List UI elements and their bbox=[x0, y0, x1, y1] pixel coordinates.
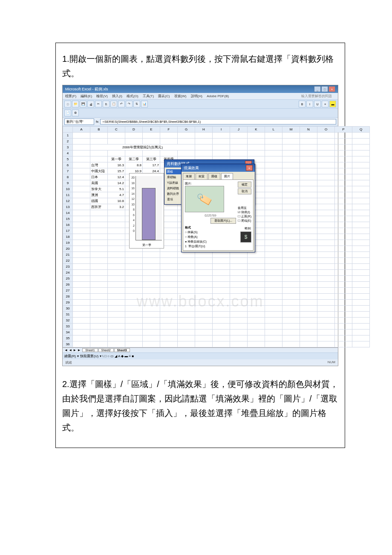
sheet-tab-2[interactable]: Sheet2 bbox=[98, 348, 114, 352]
menu-pdf[interactable]: Adobe PDF(B) bbox=[207, 94, 229, 98]
apply-end[interactable]: ☐ 尾端(E) bbox=[238, 219, 251, 223]
sidebar-item-order[interactable]: 數列次序 bbox=[166, 191, 182, 197]
menu-file[interactable]: 檔案(F) bbox=[65, 94, 76, 98]
tab-gradient[interactable]: 漸層 bbox=[183, 173, 195, 179]
undo-icon[interactable]: ↶ bbox=[118, 101, 125, 107]
menu-help[interactable]: 說明(H) bbox=[191, 94, 202, 98]
autoshape-label[interactable]: 快取圖案(U) bbox=[80, 354, 98, 358]
sample-label: 範例: bbox=[245, 226, 251, 231]
worksheet-grid[interactable]: ABCDEFGHIJKLMNOPQ1232006年營業額統計(百萬元)45第一季… bbox=[63, 126, 338, 347]
picture-preview: 🏷️ bbox=[185, 186, 224, 212]
sort-icon[interactable]: ⇅ bbox=[133, 101, 140, 107]
opt-stack[interactable]: ○ 堆疊(A) bbox=[185, 234, 236, 239]
excel-screenshot: Microsoft Excel - 範例.xls _ □ × 檔案(F) 編輯(… bbox=[62, 85, 338, 366]
numlock-indicator: NUM bbox=[328, 360, 335, 365]
menu-edit[interactable]: 編輯(E) bbox=[81, 94, 92, 98]
sidebar-item-error[interactable]: Y誤差線 bbox=[166, 180, 182, 185]
new-icon[interactable]: □ bbox=[64, 101, 71, 107]
apply-front[interactable]: ☐ 正面(R) bbox=[238, 214, 251, 219]
tab-pattern[interactable]: 圖樣 bbox=[208, 173, 220, 179]
status-bar: 就緒 NUM bbox=[63, 359, 338, 366]
tool-icon[interactable]: ⚙ bbox=[72, 110, 79, 116]
sample-icon: $ bbox=[245, 234, 248, 240]
chart-yaxis: 20181614121086420 bbox=[130, 175, 135, 234]
toolbar-secondary: 📄 ⚙ bbox=[63, 109, 338, 118]
apply-label: 套用至 bbox=[238, 206, 251, 210]
fill-effects-dialog: 填滿效果 × 漸層 材質 圖樣 圖片 圖片: 🏷️ 0225789 bbox=[181, 164, 255, 252]
chart-icon[interactable]: 📊 bbox=[141, 101, 148, 107]
sheet-tab-3[interactable]: Sheet3 bbox=[114, 348, 130, 352]
cancel-button[interactable]: 取消 bbox=[238, 188, 251, 194]
unit-label: 1 單位/圖片(U) bbox=[185, 244, 236, 249]
status-text: 就緒 bbox=[65, 360, 72, 365]
open-icon[interactable]: 📁 bbox=[72, 101, 79, 107]
draw-label[interactable]: 繪圖(R) bbox=[64, 354, 76, 358]
opt-stackscale[interactable]: ● 堆疊並縮放(C) bbox=[185, 239, 236, 244]
step1-text: 1.開啟一個新的圖表，點選資料數列後，按下滑鼠右鍵選擇「資料數列格式。 bbox=[62, 52, 338, 81]
sidebar-item-options[interactable]: 選項 bbox=[166, 197, 182, 202]
italic-icon[interactable]: I bbox=[306, 101, 313, 107]
tab-texture[interactable]: 材質 bbox=[196, 173, 208, 179]
menu-chart[interactable]: 圖表(C) bbox=[158, 94, 170, 98]
save-icon[interactable]: 💾 bbox=[80, 101, 86, 107]
sheet-tab-1[interactable]: Sheet1 bbox=[82, 348, 98, 352]
sidebar-item-pattern[interactable]: 圖樣 bbox=[166, 169, 182, 174]
select-picture-button[interactable]: 選取圖片(L)... bbox=[210, 218, 236, 224]
dialog2-close-icon[interactable]: × bbox=[246, 165, 253, 171]
picture-label: 圖片: bbox=[185, 182, 236, 186]
chart-plot bbox=[135, 176, 162, 240]
print-icon[interactable]: 🖨 bbox=[87, 101, 94, 107]
chart-bar[interactable] bbox=[142, 188, 156, 240]
step2-text: 2.選擇「圖樣」/「區域」/「填滿效果」後，便可修改資料的顏色與材質，由於我們是… bbox=[62, 377, 338, 435]
opt-stretch[interactable]: ○ 伸展(S) bbox=[185, 230, 236, 234]
dialog1-sidebar: 圖樣 座標軸 Y誤差線 資料標籤 數列次序 選項 bbox=[166, 169, 182, 202]
formula-input[interactable]: =SERIES(Sheet3!$B$6,Sheet3!$C$5:$F$5,She… bbox=[100, 119, 336, 124]
minimize-button[interactable]: _ bbox=[314, 86, 321, 92]
apply-side[interactable]: ☑ 側邊(I) bbox=[238, 210, 251, 214]
embedded-chart[interactable]: 20181614121086420 第一季 bbox=[129, 173, 164, 249]
dialog2-title: 填滿效果 bbox=[184, 165, 199, 171]
format-label: 格式 bbox=[185, 225, 236, 230]
sheet-tabs: ◄ ◄ ► ► Sheet1 Sheet2 Sheet3 bbox=[63, 347, 338, 353]
ok-button[interactable]: 確定 bbox=[238, 182, 251, 188]
menu-format[interactable]: 格式(O) bbox=[127, 94, 138, 98]
menu-insert[interactable]: 插入(I) bbox=[112, 94, 122, 98]
underline-icon[interactable]: U bbox=[314, 101, 321, 107]
app-title: Microsoft Excel - 範例.xls bbox=[65, 87, 108, 92]
menubar[interactable]: 檔案(F) 編輯(E) 檢視(V) 插入(I) 格式(O) 工具(T) 圖表(C… bbox=[63, 93, 338, 100]
fx-icon[interactable]: fx bbox=[96, 120, 98, 124]
menu-window[interactable]: 視窗(W) bbox=[174, 94, 187, 98]
paste-icon[interactable]: 📋 bbox=[110, 101, 117, 107]
close-button[interactable]: × bbox=[329, 86, 335, 92]
pdf-icon[interactable]: 📄 bbox=[64, 110, 71, 116]
cut-icon[interactable]: ✂ bbox=[95, 101, 102, 107]
menu-view[interactable]: 檢視(V) bbox=[96, 94, 108, 98]
toolbar-standard: □ 📁 💾 🖨 ✂ ⎘ 📋 ↶ ↷ ⇅ 📊 B I U ≡ ▬ bbox=[63, 100, 338, 109]
sample-preview: $ bbox=[240, 231, 251, 243]
copy-icon[interactable]: ⎘ bbox=[103, 101, 110, 107]
titlebar: Microsoft Excel - 範例.xls _ □ × bbox=[63, 85, 338, 93]
formula-bar: 數列 "台灣" fx =SERIES(Sheet3!$B$6,Sheet3!$C… bbox=[63, 118, 338, 126]
sidebar-item-axis[interactable]: 座標軸 bbox=[166, 175, 182, 180]
name-box[interactable]: 數列 "台灣" bbox=[64, 119, 94, 125]
drawing-toolbar: 繪圖(R) ▾ 快取圖案(U) ▾ \ □ ○ ▭ ◢ A ◆ ▬ ≡ ■ bbox=[63, 353, 338, 359]
bold-icon[interactable]: B bbox=[299, 101, 306, 107]
fill-icon[interactable]: ▬ bbox=[329, 101, 336, 107]
tab-picture[interactable]: 圖片 bbox=[221, 173, 233, 179]
sidebar-item-labels[interactable]: 資料標籤 bbox=[166, 186, 182, 191]
help-prompt[interactable]: 輸入需要解答的問題 bbox=[301, 94, 332, 98]
maximize-button[interactable]: □ bbox=[321, 86, 328, 92]
redo-icon[interactable]: ↷ bbox=[126, 101, 133, 107]
money-tag-icon: 🏷️ bbox=[196, 191, 213, 208]
align-left-icon[interactable]: ≡ bbox=[322, 101, 329, 107]
menu-tools[interactable]: 工具(T) bbox=[143, 94, 154, 98]
chart-xlabel: 第一季 bbox=[130, 243, 164, 247]
